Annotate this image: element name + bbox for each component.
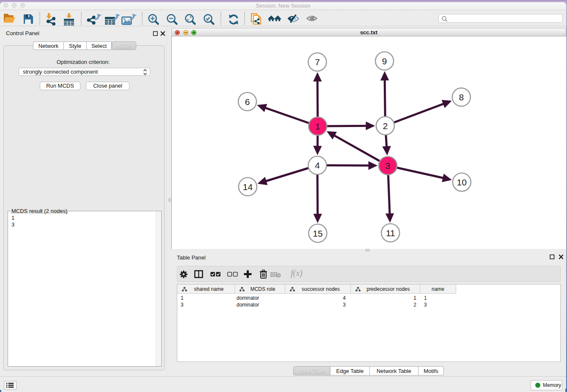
svg-text:6: 6	[245, 97, 250, 107]
svg-text:7: 7	[315, 57, 320, 67]
svg-text:15: 15	[313, 229, 322, 238]
svg-text:1: 1	[315, 121, 320, 131]
svg-text:4: 4	[315, 160, 320, 170]
svg-text:11: 11	[386, 228, 395, 238]
svg-text:14: 14	[243, 182, 253, 192]
svg-text:10: 10	[457, 177, 467, 187]
svg-text:2: 2	[383, 121, 388, 131]
svg-text:3: 3	[385, 161, 391, 171]
svg-text:8: 8	[459, 92, 464, 102]
svg-text:9: 9	[382, 56, 387, 66]
